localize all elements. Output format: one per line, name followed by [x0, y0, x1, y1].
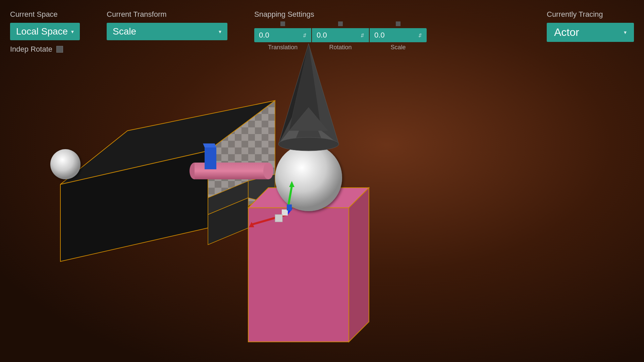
tracing-value: Actor	[554, 26, 579, 39]
indep-rotate-checkbox[interactable]	[56, 46, 63, 53]
tracing-arrow-icon: ▾	[624, 29, 627, 36]
snap-rotation-input[interactable]: 0.0 ⇵	[312, 28, 369, 42]
snap-rotation-dot	[338, 21, 343, 26]
svg-point-22	[275, 144, 342, 211]
snap-rotation-label: Rotation	[329, 44, 352, 51]
svg-point-16	[263, 163, 273, 179]
current-space-label: Current Space	[10, 10, 80, 19]
snapping-inputs: 0.0 ⇵ Translation 0.0 ⇵ Rotation 0.0	[254, 21, 427, 51]
tracing-section: Currently Tracing Actor ▾	[547, 10, 634, 42]
svg-point-13	[50, 149, 80, 179]
snap-scale-value: 0.0	[374, 31, 385, 40]
svg-marker-19	[248, 208, 349, 342]
indep-rotate-row: Indep Rotate	[10, 45, 80, 54]
snapping-section: Snapping Settings 0.0 ⇵ Translation 0.0 …	[254, 10, 427, 51]
svg-rect-38	[287, 204, 292, 210]
snap-translation-dot	[280, 21, 285, 26]
snap-scale-label: Scale	[391, 44, 406, 51]
svg-rect-17	[205, 147, 216, 169]
current-transform-dropdown[interactable]: Scale ▾	[107, 23, 227, 40]
current-space-arrow-icon: ▾	[71, 28, 74, 35]
current-transform-label: Current Transform	[107, 10, 227, 19]
tracing-dropdown[interactable]: Actor ▾	[547, 23, 634, 42]
snap-rotation-group: 0.0 ⇵ Rotation	[312, 21, 369, 51]
svg-marker-21	[349, 188, 369, 342]
snap-rotation-arrow-icon: ⇵	[361, 33, 364, 38]
snap-translation-arrow-icon: ⇵	[303, 33, 307, 38]
snap-translation-label: Translation	[268, 44, 298, 51]
indep-rotate-label: Indep Rotate	[10, 45, 52, 54]
current-space-dropdown[interactable]: Local Space ▾	[10, 23, 80, 40]
current-transform-arrow-icon: ▾	[219, 28, 221, 35]
snapping-label: Snapping Settings	[254, 10, 427, 19]
svg-marker-18	[203, 143, 216, 147]
snap-translation-value: 0.0	[259, 31, 269, 40]
current-transform-value: Scale	[113, 26, 136, 37]
snap-rotation-value: 0.0	[317, 31, 327, 40]
snap-scale-input[interactable]: 0.0 ⇵	[370, 28, 427, 42]
snap-scale-arrow-icon: ⇵	[418, 33, 422, 38]
svg-rect-39	[275, 215, 282, 222]
toolbar: Current Space Local Space ▾ Indep Rotate…	[0, 0, 644, 64]
current-space-value: Local Space	[16, 26, 68, 37]
snap-scale-group: 0.0 ⇵ Scale	[370, 21, 427, 51]
snap-translation-group: 0.0 ⇵ Translation	[254, 21, 311, 51]
snap-scale-dot	[396, 21, 400, 26]
current-space-section: Current Space Local Space ▾ Indep Rotate	[10, 10, 80, 54]
svg-point-31	[278, 137, 339, 151]
snap-translation-input[interactable]: 0.0 ⇵	[254, 28, 311, 42]
current-transform-section: Current Transform Scale ▾	[107, 10, 227, 40]
tracing-label: Currently Tracing	[547, 10, 634, 19]
